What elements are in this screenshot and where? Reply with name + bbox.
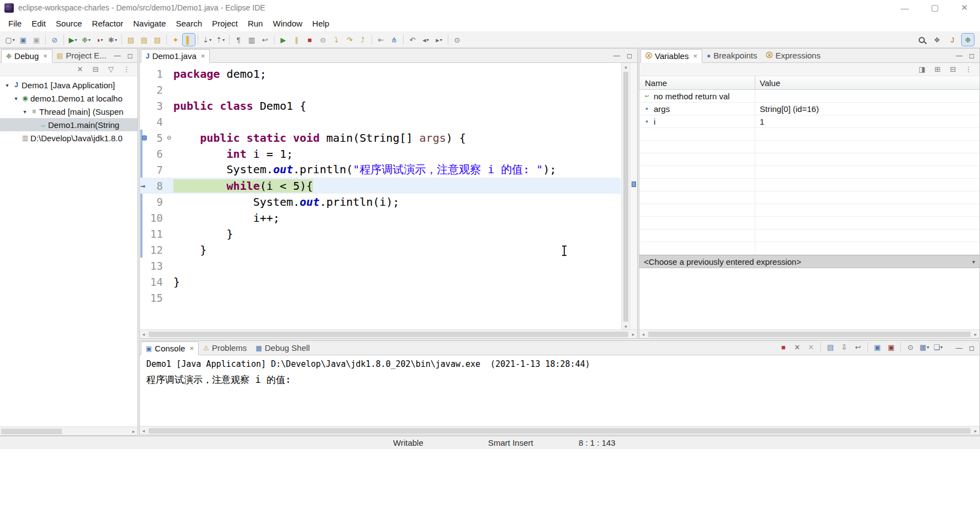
code-line[interactable]: 6 int i = 1; [140, 146, 621, 162]
annotation-gutter[interactable] [140, 130, 149, 146]
maximize-window-button[interactable]: ▢ [931, 3, 939, 13]
debug-perspective-button[interactable]: ❉ [962, 34, 974, 46]
console-tab-console[interactable]: ▣Console× [141, 341, 199, 355]
forward-button[interactable]: ▸▾ [433, 34, 445, 46]
block-selection-button[interactable]: ▥ [246, 34, 258, 46]
clear-console-button[interactable]: ▤ [824, 341, 836, 353]
maximize-view-icon[interactable]: ◻ [128, 52, 133, 60]
chevron-down-icon[interactable]: ▾ [100, 38, 103, 42]
maximize-view-icon[interactable]: ◻ [627, 52, 632, 60]
annotation-gutter[interactable] [140, 162, 149, 178]
drop-to-frame-button[interactable]: ⇤ [375, 34, 387, 46]
scrollbar-thumb[interactable] [648, 332, 971, 337]
code-line[interactable]: 3public class Demo1 { [140, 98, 621, 114]
close-window-button[interactable]: ✕ [961, 3, 968, 13]
code-line[interactable]: 9 System.out.println(i); [140, 194, 621, 210]
chevron-down-icon[interactable]: ▾ [927, 345, 929, 350]
annotation-gutter[interactable] [140, 242, 149, 258]
chevron-down-icon[interactable]: ▾ [427, 38, 429, 42]
annotation-gutter[interactable] [140, 194, 149, 210]
menu-help[interactable]: Help [308, 17, 335, 30]
scroll-up-icon[interactable]: ▴ [622, 63, 630, 71]
new-java-project-button[interactable]: ▤ [125, 34, 137, 46]
menu-source[interactable]: Source [51, 17, 87, 30]
chevron-down-icon[interactable]: ▾ [75, 38, 77, 42]
annotation-gutter[interactable] [140, 290, 149, 306]
menu-edit[interactable]: Edit [27, 17, 51, 30]
view-menu-button[interactable]: ⋮ [962, 63, 974, 76]
step-into-button[interactable]: ⤵ [330, 34, 342, 46]
column-header-value[interactable]: Value [755, 78, 780, 88]
code-area[interactable]: 1package demo1;23public class Demo1 {45⊖… [140, 63, 621, 330]
open-type-button[interactable]: ▤ [138, 34, 150, 46]
word-wrap-button[interactable]: ↩ [259, 34, 271, 46]
close-icon[interactable]: × [43, 52, 47, 60]
save-button[interactable]: ▣ [17, 34, 29, 46]
editor-hscrollbar[interactable]: ◂ ▸ [140, 329, 637, 338]
close-icon[interactable]: × [201, 52, 205, 60]
maximize-view-icon[interactable]: ◻ [969, 344, 974, 352]
variable-detail-pane[interactable] [639, 268, 979, 330]
annotation-gutter[interactable] [140, 258, 149, 274]
collapse-all-button[interactable]: ⊟ [89, 63, 102, 76]
minimize-window-button[interactable]: — [900, 3, 909, 13]
scroll-left-icon[interactable]: ◂ [140, 330, 147, 338]
chevron-down-icon[interactable]: ▾ [972, 259, 975, 265]
menu-window[interactable]: Window [268, 17, 307, 30]
last-edit-location-button[interactable]: ↶ [406, 34, 419, 46]
close-icon[interactable]: × [189, 344, 194, 353]
quick-search-button[interactable] [915, 34, 928, 46]
debug-tree-item[interactable]: ▾≡Thread [main] (Suspen [0, 105, 137, 118]
minimize-view-icon[interactable]: — [613, 52, 620, 60]
code-line[interactable]: 4 [140, 114, 621, 130]
menu-refactor[interactable]: Refactor [87, 17, 129, 30]
pin-editor-button[interactable]: ⊙ [451, 34, 463, 46]
annotation-gutter[interactable] [140, 98, 149, 114]
view-menu-button[interactable]: ⋮ [120, 63, 133, 76]
variables-tab-variables[interactable]: ⓧVariables× [640, 49, 702, 63]
show-logical-structures-button[interactable]: ⊞ [931, 63, 944, 76]
annotation-gutter[interactable]: → [140, 178, 149, 194]
open-console-button[interactable]: ❏▾ [932, 341, 944, 353]
filter-view-button[interactable]: ▽ [105, 63, 117, 76]
java-perspective-button[interactable]: J [946, 34, 958, 46]
minimize-view-icon[interactable]: — [114, 52, 121, 60]
scroll-right-icon[interactable]: ▸ [972, 330, 979, 338]
console-tab-problems[interactable]: ⚠Problems [199, 341, 251, 355]
close-icon[interactable]: × [693, 52, 697, 60]
overview-ruler[interactable] [630, 63, 637, 330]
menu-project[interactable]: Project [207, 17, 243, 30]
variable-row[interactable]: ●i1 [639, 115, 979, 128]
chevron-down-icon[interactable]: ▾ [209, 38, 211, 42]
chevron-down-icon[interactable]: ▾ [440, 38, 442, 42]
minimize-view-icon[interactable]: — [956, 344, 962, 352]
terminate-console-button[interactable]: ■ [777, 341, 790, 353]
chevron-down-icon[interactable]: ▾ [115, 38, 117, 42]
show-type-names-button[interactable]: ◨ [916, 63, 928, 76]
code-line[interactable]: 15 [140, 290, 621, 306]
skip-all-breakpoints-button[interactable]: ⊘ [49, 34, 61, 46]
scroll-left-icon[interactable]: ◂ [140, 427, 147, 435]
scrollbar-thumb[interactable] [149, 332, 628, 337]
open-perspective-button[interactable]: ❖ [931, 34, 943, 46]
fold-collapse-icon[interactable]: ⊖ [165, 134, 173, 142]
annotation-gutter[interactable] [140, 226, 149, 242]
expand-arrow-icon[interactable]: ▾ [21, 109, 29, 115]
terminate-button[interactable]: ■ [304, 34, 316, 46]
code-line[interactable]: 1package demo1; [140, 66, 621, 82]
scrollbar-thumb[interactable] [623, 72, 628, 322]
step-over-button[interactable]: ↷ [343, 34, 356, 46]
scroll-right-icon[interactable]: ▸ [972, 427, 979, 435]
scrollbar-thumb[interactable] [149, 428, 971, 434]
search-button[interactable]: ✦ [169, 34, 182, 46]
code-line[interactable]: 12 } [140, 242, 621, 258]
chevron-down-icon[interactable]: ▾ [13, 38, 15, 42]
resume-button[interactable]: ▶ [277, 34, 289, 46]
overview-current-line-marker[interactable] [632, 182, 636, 187]
expand-arrow-icon[interactable]: ▾ [12, 95, 20, 102]
annotation-gutter[interactable] [140, 66, 149, 82]
annotation-gutter[interactable] [140, 82, 149, 98]
annotation-gutter[interactable] [140, 146, 149, 162]
debug-tree-item[interactable]: →Demo1.main(String [0, 118, 137, 131]
menu-run[interactable]: Run [243, 17, 268, 30]
